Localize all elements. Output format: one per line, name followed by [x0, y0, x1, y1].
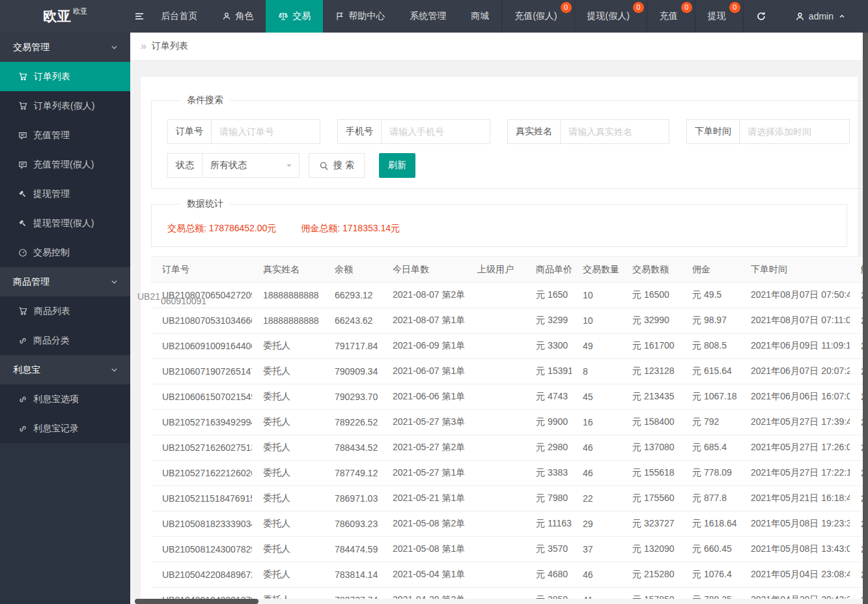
cart-icon [18, 306, 28, 316]
table-cell: UB2105081823339034 [151, 511, 252, 537]
table-row: UB2105042208489672委托人783814.142021-05-04… [151, 562, 863, 588]
refresh-button[interactable] [743, 0, 783, 33]
table-cell: 66293.12 [324, 283, 382, 308]
breadcrumb: » 订单列表 [130, 33, 868, 61]
search-row-1: 订单号 手机号 真实姓名 下单时间 [167, 119, 867, 144]
table-cell: 2021-08-07 第2单 [382, 283, 466, 308]
table-cell: 8 [572, 359, 621, 384]
order-no-input[interactable] [211, 119, 320, 144]
table-cell: 2021年05月27日 17:39:49 [740, 410, 850, 435]
real-name-input[interactable] [560, 119, 669, 144]
table-cell: UB2108070531034666 [151, 308, 252, 334]
table-cell: 2021-05-21 第1单 [382, 486, 466, 511]
phone-input[interactable] [381, 119, 490, 144]
page-title: 订单列表 [152, 40, 188, 52]
table-cell: 2021-08-07 第1单 [382, 308, 466, 334]
sidebar-item[interactable]: 利息宝记录 [0, 414, 130, 443]
table-cell: 791717.84 [324, 334, 382, 359]
table-cell: 元 155618 [621, 461, 681, 486]
table-cell: 元 778.09 [681, 461, 740, 486]
chevron-down-icon [285, 162, 293, 169]
chevron-down-icon [110, 366, 119, 374]
nav-item-10[interactable]: 提现0 [695, 0, 743, 33]
table-cell [466, 537, 525, 562]
search-icon [319, 161, 329, 171]
sidebar-group-3[interactable]: 利息宝 [0, 355, 130, 384]
sidebar-item[interactable]: 商品列表 [0, 296, 130, 326]
hamburger-icon [134, 11, 145, 22]
admin-menu[interactable]: admin [783, 0, 868, 33]
sidebar-item-label: 充值管理 [33, 130, 70, 141]
sidebar-item-label: 商品列表 [34, 306, 70, 317]
sidebar-group-label: 商品管理 [13, 276, 110, 288]
nav-item-label: 帮助中心 [348, 10, 385, 22]
table-cell: 委托人 [252, 435, 324, 461]
notification-badge: 0 [633, 2, 644, 13]
refresh-list-button[interactable]: 刷新 [379, 153, 415, 178]
table-cell: 元 32990 [621, 308, 681, 334]
nav-item-5[interactable]: 系统管理 [397, 0, 458, 33]
sidebar-item[interactable]: 提现管理(假人) [0, 209, 130, 238]
table-row: UB2105081823339034委托人786093.232021-05-08… [151, 511, 863, 537]
sidebar-group-label: 利息宝 [13, 364, 110, 376]
sidebar-item[interactable]: 充值管理 [0, 121, 130, 150]
column-header: 佣金 [681, 257, 740, 283]
table-cell [466, 562, 525, 588]
table-cell: 16 [572, 410, 621, 435]
sidebar-item[interactable]: 订单列表(假人) [0, 91, 130, 121]
nav-item-4[interactable]: 帮助中心 [323, 0, 397, 33]
nav-item-8[interactable]: 提现(假人)0 [574, 0, 647, 33]
link-icon [18, 395, 27, 404]
table-cell: 2 [850, 283, 863, 308]
sidebar-group-2[interactable]: 商品管理 [0, 267, 130, 296]
table-cell: 2 [850, 308, 863, 334]
real-name-group: 真实姓名 [507, 119, 669, 144]
table-cell: 元 132090 [621, 537, 681, 562]
table-cell: 37 [572, 537, 621, 562]
nav-item-2[interactable]: 角色 [210, 0, 266, 33]
nav-item-3[interactable]: 交易 [266, 0, 323, 33]
status-select[interactable]: 所有状态 [202, 153, 300, 178]
sidebar-group-1[interactable]: 交易管理 [0, 33, 130, 62]
phone-group: 手机号 [337, 119, 490, 144]
horizontal-scrollbar-thumb[interactable] [135, 599, 259, 604]
stats-panel-legend: 数据统计 [180, 198, 230, 210]
table-cell: 2021年05月08日 13:43:00 [740, 537, 850, 562]
column-header: 订单号 [151, 257, 252, 283]
total-commission: 佣金总额: 1718353.14元 [301, 223, 400, 233]
app-logo: 欧亚 欧亚 [0, 0, 130, 33]
sidebar-item-label: 订单列表 [34, 71, 70, 83]
table-cell: 2021-05-04 第1单 [382, 562, 466, 588]
stats-line: 交易总额: 178786452.00元 佣金总额: 1718353.14元 [167, 223, 831, 235]
comment-icon [18, 131, 27, 140]
table-cell: 2021-05-08 第2单 [382, 511, 466, 537]
table-cell: 委托人 [252, 359, 324, 384]
gauge-icon [18, 248, 27, 257]
search-button[interactable]: 搜 索 [309, 153, 365, 178]
table-cell: 18888888888 [252, 283, 324, 308]
sidebar-item[interactable]: 交易控制 [0, 238, 130, 267]
nav-item-7[interactable]: 充值(假人)0 [501, 0, 574, 33]
table-cell: 2021年05月27日 17:22:12 [740, 461, 850, 486]
horizontal-scrollbar[interactable] [130, 599, 863, 604]
order-time-input[interactable] [739, 119, 850, 144]
table-cell: 2021-06-07 第1单 [382, 359, 466, 384]
sidebar-item-label: 利息宝选项 [33, 394, 79, 405]
table-header-row: 订单号真实姓名余额今日单数上级用户商品单价交易数量交易数额佣金下单时间解冻时间 [151, 257, 863, 283]
table-cell: 790909.34 [324, 359, 382, 384]
vertical-scrollbar[interactable] [863, 33, 868, 604]
nav-item-label: 充值 [660, 10, 678, 22]
sidebar-item[interactable]: 充值管理(假人) [0, 150, 130, 179]
nav-item-9[interactable]: 充值0 [647, 0, 695, 33]
nav-item-1[interactable]: 后台首页 [148, 0, 210, 33]
sidebar-item[interactable]: 提现管理 [0, 179, 130, 209]
sidebar-item-label: 提现管理(假人) [33, 218, 94, 229]
sidebar-collapse-button[interactable] [130, 0, 148, 33]
status-selected-value: 所有状态 [210, 160, 247, 171]
table-cell: 委托人 [252, 334, 324, 359]
sidebar-item[interactable]: 利息宝选项 [0, 384, 130, 414]
nav-item-6[interactable]: 商城 [458, 0, 501, 33]
sidebar-item[interactable]: 订单列表 [0, 62, 130, 91]
table-cell: 元 161700 [621, 334, 681, 359]
sidebar-item[interactable]: 商品分类 [0, 326, 130, 355]
